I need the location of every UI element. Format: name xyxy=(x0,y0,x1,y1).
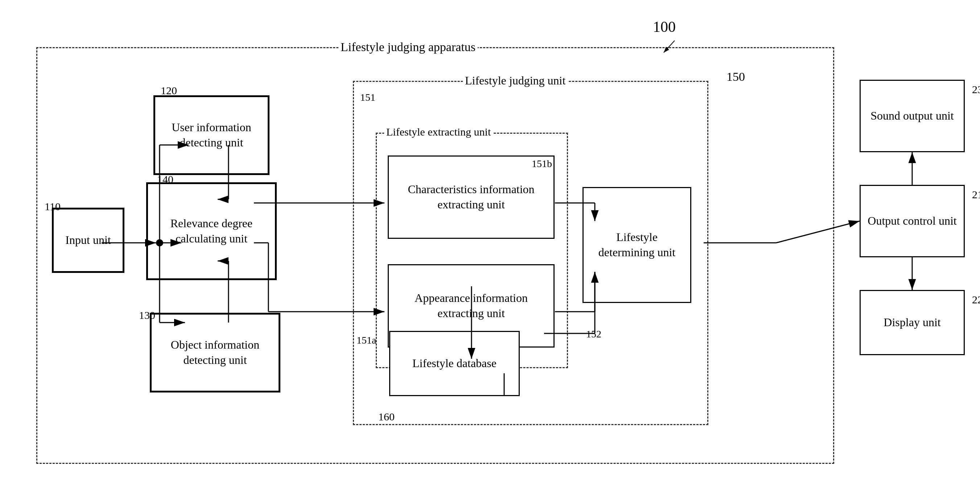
ref-130: 130 xyxy=(139,309,155,321)
characteristics-box: Characteristics information extracting u… xyxy=(388,156,555,239)
input-unit-box: Input unit xyxy=(52,208,124,273)
sound-output-label: Sound output unit xyxy=(870,108,953,124)
ref-150: 150 xyxy=(727,70,745,84)
ref-151b: 151b xyxy=(532,158,552,170)
user-info-label: User information detecting unit xyxy=(159,120,264,150)
characteristics-label: Characteristics information extracting u… xyxy=(393,182,550,212)
object-info-label: Object information detecting unit xyxy=(155,337,275,367)
ref-120: 120 xyxy=(161,84,177,97)
ref-151a: 151a xyxy=(356,335,376,346)
extracting-unit-label: Lifestyle extracting unit xyxy=(384,126,493,138)
user-info-box: User information detecting unit xyxy=(153,95,269,175)
ref-160: 160 xyxy=(378,411,395,423)
lifestyle-determining-label: Lifestyle determining unit xyxy=(587,230,687,260)
lifestyle-db-label: Lifestyle database xyxy=(412,356,496,371)
sound-output-box: Sound output unit xyxy=(859,80,965,152)
ref-210: 210 xyxy=(972,189,980,201)
lifestyle-determining-box: Lifestyle determining unit xyxy=(582,187,691,303)
output-control-box: Output control unit xyxy=(859,185,965,257)
ref-140: 140 xyxy=(157,173,173,186)
ref-100: 100 xyxy=(653,18,676,35)
ref-152: 152 xyxy=(586,328,601,340)
object-info-box: Object information detecting unit xyxy=(150,313,280,392)
ref-151: 151 xyxy=(360,92,375,103)
apparatus-label: Lifestyle judging apparatus xyxy=(338,40,478,54)
judging-unit-label: Lifestyle judging unit xyxy=(463,74,568,87)
display-box: Display unit xyxy=(859,290,965,355)
input-unit-label: Input unit xyxy=(65,233,111,248)
output-control-label: Output control unit xyxy=(867,213,956,229)
ref-220: 220 xyxy=(972,294,980,306)
lifestyle-db-box: Lifestyle database xyxy=(389,331,520,396)
display-label: Display unit xyxy=(883,315,940,330)
relevance-label: Relevance degree calculating unit xyxy=(152,216,271,246)
ref-110: 110 xyxy=(45,200,60,213)
outer-dashed-box: Lifestyle judging apparatus Lifestyle ju… xyxy=(36,47,834,464)
appearance-label: Appearance information extracting unit xyxy=(393,291,550,321)
relevance-box: Relevance degree calculating unit xyxy=(146,182,277,280)
ref-230: 230 xyxy=(972,83,980,96)
